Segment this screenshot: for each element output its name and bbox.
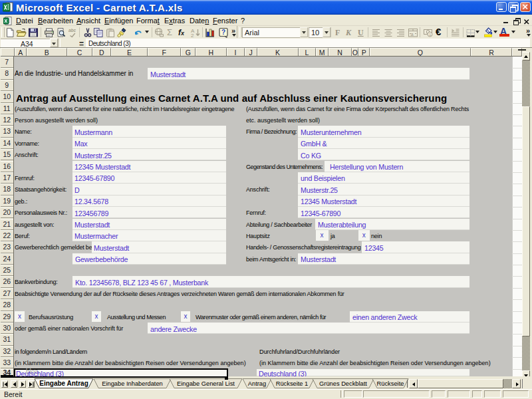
svg-text:abc: abc	[68, 28, 76, 33]
svg-text:Grünes Deckblatt: Grünes Deckblatt	[319, 380, 367, 387]
svg-text:?: ?	[221, 29, 225, 36]
svg-text:Rückseite 1: Rückseite 1	[276, 380, 309, 387]
svg-text:Eingabe General List: Eingabe General List	[177, 380, 235, 387]
svg-text:Rückseite: Rückseite	[377, 380, 404, 387]
svg-text:a: a	[411, 31, 414, 37]
svg-text:Eingabe Inhaberdaten: Eingabe Inhaberdaten	[102, 380, 163, 387]
svg-text:Eingabe Antrag: Eingabe Antrag	[39, 380, 88, 387]
svg-text:2: 2	[191, 33, 194, 38]
svg-text:Antrag: Antrag	[248, 380, 266, 387]
